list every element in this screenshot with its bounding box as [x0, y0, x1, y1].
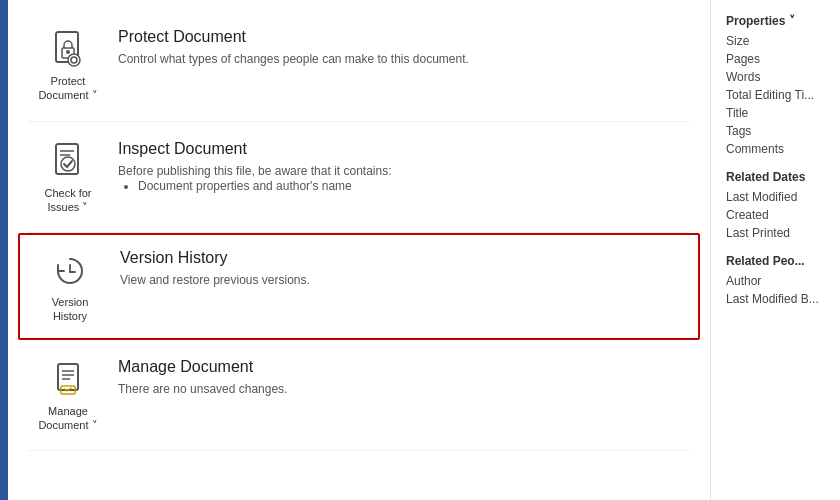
version-history-icon-box[interactable]: Version History [30, 249, 110, 324]
check-for-issues-title: Inspect Document [118, 140, 690, 158]
right-panel: Properties ˅ SizePagesWordsTotal Editing… [710, 0, 840, 500]
manage-document-icon-label: Manage Document ˅ [38, 404, 97, 433]
properties-title[interactable]: Properties ˅ [726, 14, 825, 28]
property-item[interactable]: Words [726, 70, 825, 84]
property-item[interactable]: Tags [726, 124, 825, 138]
check-for-issues-icon [50, 142, 86, 182]
version-history-icon [52, 251, 88, 291]
related-dates-list: Last ModifiedCreatedLast Printed [726, 190, 825, 240]
manage-document-text: Manage DocumentThere are no unsaved chan… [108, 358, 690, 398]
protect-document-icon-box[interactable]: Protect Document ˅ [28, 28, 108, 103]
manage-document-description: There are no unsaved changes. [118, 381, 690, 398]
protect-document-icon-label: Protect Document ˅ [38, 74, 97, 103]
protect-document-title: Protect Document [118, 28, 690, 46]
properties-list: SizePagesWordsTotal Editing Ti...TitleTa… [726, 34, 825, 156]
property-item[interactable]: Pages [726, 52, 825, 66]
version-history-icon-label: Version History [52, 295, 89, 324]
main-content: Protect Document ˅Protect DocumentContro… [8, 0, 840, 500]
manage-document-title: Manage Document [118, 358, 690, 376]
related-people-title: Related Peo... [726, 254, 825, 268]
version-history-description: View and restore previous versions. [120, 272, 688, 289]
check-for-issues-icon-label: Check for Issues ˅ [44, 186, 91, 215]
svg-point-3 [68, 54, 80, 66]
property-item[interactable]: Size [726, 34, 825, 48]
property-item[interactable]: Comments [726, 142, 825, 156]
protect-document-text: Protect DocumentControl what types of ch… [108, 28, 690, 68]
protect-document-description: Control what types of changes people can… [118, 51, 690, 68]
svg-rect-6 [56, 144, 78, 174]
related-date-item: Created [726, 208, 825, 222]
manage-document-icon-box[interactable]: Manage Document ˅ [28, 358, 108, 433]
check-for-issues-icon-box[interactable]: Check for Issues ˅ [28, 140, 108, 215]
svg-point-2 [66, 50, 70, 54]
property-item[interactable]: Title [726, 106, 825, 120]
item-version-history[interactable]: Version HistoryVersion HistoryView and r… [18, 233, 700, 340]
related-date-item: Last Printed [726, 226, 825, 240]
item-check-for-issues[interactable]: Check for Issues ˅Inspect DocumentBefore… [28, 122, 690, 234]
bullet-item: Document properties and author's name [138, 179, 690, 193]
center-panel: Protect Document ˅Protect DocumentContro… [8, 0, 710, 500]
related-person-item: Author [726, 274, 825, 288]
accent-bar [0, 0, 8, 500]
version-history-text: Version HistoryView and restore previous… [110, 249, 688, 289]
item-protect-document[interactable]: Protect Document ˅Protect DocumentContro… [28, 10, 690, 122]
check-for-issues-bullets: Document properties and author's name [138, 179, 690, 193]
property-item[interactable]: Total Editing Ti... [726, 88, 825, 102]
item-manage-document[interactable]: Manage Document ˅Manage DocumentThere ar… [28, 340, 690, 452]
related-person-item: Last Modified B... [726, 292, 825, 306]
protect-document-icon [50, 30, 86, 70]
related-people-list: AuthorLast Modified B... [726, 274, 825, 306]
manage-document-icon [50, 360, 86, 400]
related-dates-title: Related Dates [726, 170, 825, 184]
check-for-issues-text: Inspect DocumentBefore publishing this f… [108, 140, 690, 194]
related-date-item: Last Modified [726, 190, 825, 204]
version-history-title: Version History [120, 249, 688, 267]
check-for-issues-description: Before publishing this file, be aware th… [118, 163, 690, 180]
